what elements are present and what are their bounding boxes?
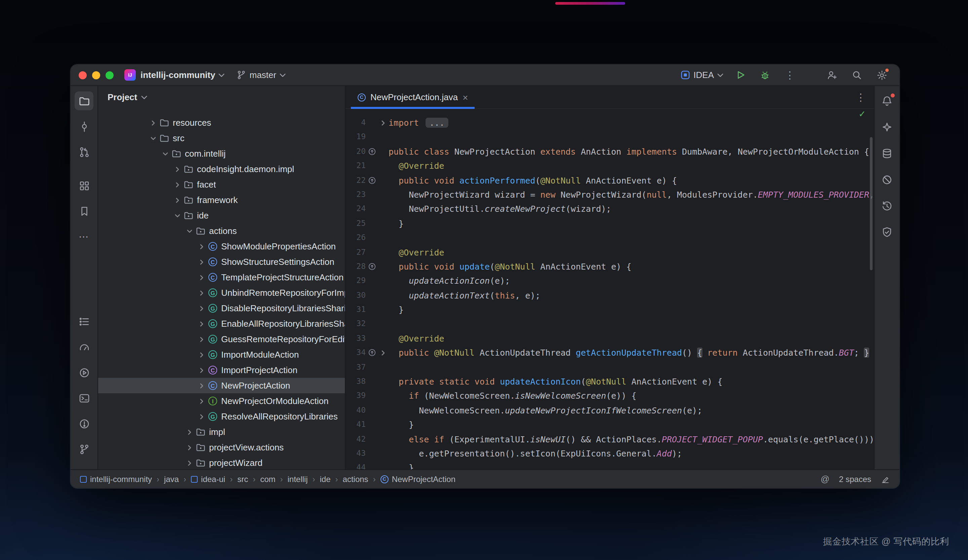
tree-item[interactable]: CImportProjectAction bbox=[98, 362, 345, 378]
chevron-icon[interactable] bbox=[184, 429, 195, 435]
code-line[interactable]: 39 if (NewWelcomeScreen.isNewWelcomeScre… bbox=[346, 389, 874, 403]
tree-item[interactable]: projectView.actions bbox=[98, 440, 345, 455]
fold-chevron-icon[interactable] bbox=[378, 116, 389, 130]
code-line[interactable]: 24 NewProjectUtil.createNewProject(wizar… bbox=[346, 202, 874, 217]
chevron-icon[interactable] bbox=[196, 368, 207, 373]
code-line[interactable]: 26 bbox=[346, 230, 874, 245]
tree-item[interactable]: GResolveAllRepositoryLibraries bbox=[98, 409, 345, 424]
tree-item[interactable]: projectWizard bbox=[98, 455, 345, 469]
chevron-icon[interactable] bbox=[184, 228, 195, 234]
code-line[interactable]: 43 e.getPresentation().setIcon(ExpUiIcon… bbox=[346, 446, 874, 461]
tree-item[interactable]: CShowStructureSettingsAction bbox=[98, 254, 345, 270]
more-icon[interactable]: ⋯ bbox=[75, 227, 93, 246]
chevron-icon[interactable] bbox=[172, 197, 183, 203]
breadcrumb-item[interactable]: ide bbox=[320, 474, 331, 484]
code-line[interactable]: 34 public @NotNull ActionUpdateThread ge… bbox=[346, 346, 874, 360]
breadcrumb-item[interactable]: intellij bbox=[288, 474, 308, 484]
profiler-icon[interactable] bbox=[75, 338, 93, 356]
zoom-button[interactable] bbox=[106, 71, 114, 79]
at-icon[interactable]: @ bbox=[821, 474, 830, 484]
debug-button[interactable] bbox=[757, 67, 773, 83]
code-line[interactable]: 4import ... bbox=[346, 116, 874, 130]
override-marker-icon[interactable] bbox=[366, 173, 378, 187]
chevron-icon[interactable] bbox=[196, 259, 207, 265]
close-button[interactable] bbox=[79, 71, 87, 79]
chevron-icon[interactable] bbox=[172, 213, 183, 218]
minimize-button[interactable] bbox=[92, 71, 100, 79]
inspection-status-icon[interactable]: ✓ bbox=[859, 109, 866, 119]
code-line[interactable]: 38 private static void updateActionIcon(… bbox=[346, 374, 874, 389]
chevron-icon[interactable] bbox=[148, 136, 159, 141]
breadcrumb-item[interactable]: com bbox=[260, 474, 275, 484]
tree-item[interactable]: framework bbox=[98, 192, 345, 208]
tree-item[interactable]: INewProjectOrModuleAction bbox=[98, 393, 345, 409]
code-line[interactable]: 19 bbox=[346, 130, 874, 144]
code-line[interactable]: 30 updateActionText(this, e); bbox=[346, 288, 874, 303]
chevron-icon[interactable] bbox=[184, 460, 195, 466]
tree-item[interactable]: impl bbox=[98, 424, 345, 440]
code-line[interactable]: 23 NewProjectWizard wizard = new NewProj… bbox=[346, 187, 874, 202]
fold-chevron-icon[interactable] bbox=[378, 346, 389, 360]
pull-requests-icon[interactable] bbox=[75, 142, 93, 161]
project-selector[interactable]: intellij-community bbox=[141, 70, 224, 80]
chevron-icon[interactable] bbox=[172, 182, 183, 187]
code-line[interactable]: 40 NewWelcomeScreen.updateNewProjectIcon… bbox=[346, 403, 874, 418]
chevron-icon[interactable] bbox=[160, 151, 171, 156]
tree-item[interactable]: facet bbox=[98, 177, 345, 192]
implemented-marker-icon[interactable] bbox=[366, 144, 378, 159]
write-mode-icon[interactable] bbox=[880, 474, 890, 484]
tree-item[interactable]: codeInsight.daemon.impl bbox=[98, 161, 345, 177]
code-line[interactable]: 29 updateActionIcon(e); bbox=[346, 274, 874, 288]
chevron-icon[interactable] bbox=[172, 166, 183, 172]
no-entry-icon[interactable] bbox=[878, 170, 897, 189]
run-button[interactable] bbox=[732, 67, 748, 83]
breadcrumb-item[interactable]: intellij-community bbox=[80, 474, 152, 484]
code-line[interactable]: 25 } bbox=[346, 216, 874, 230]
run-tool-icon[interactable] bbox=[75, 363, 93, 382]
breadcrumb-item[interactable]: java bbox=[164, 474, 179, 484]
history-icon[interactable] bbox=[878, 196, 897, 215]
code-line[interactable]: 20public class NewProjectAction extends … bbox=[346, 144, 874, 159]
chevron-icon[interactable] bbox=[196, 336, 207, 342]
chevron-icon[interactable] bbox=[196, 290, 207, 295]
chevron-icon[interactable] bbox=[196, 275, 207, 280]
tab-newprojectaction[interactable]: C NewProjectAction.java × bbox=[351, 86, 475, 108]
chevron-icon[interactable] bbox=[196, 398, 207, 404]
breadcrumb-item[interactable]: actions bbox=[343, 474, 368, 484]
code-line[interactable]: 22 public void actionPerformed(@NotNull … bbox=[346, 173, 874, 187]
breadcrumb-item[interactable]: idea-ui bbox=[191, 474, 225, 484]
todo-icon[interactable] bbox=[75, 312, 93, 331]
tree-item[interactable]: src bbox=[98, 131, 345, 146]
search-icon[interactable] bbox=[849, 67, 865, 83]
git-icon[interactable] bbox=[75, 440, 93, 459]
breadcrumb-item[interactable]: CNewProjectAction bbox=[380, 474, 456, 484]
branch-selector[interactable]: master bbox=[237, 70, 285, 80]
project-panel-header[interactable]: Project bbox=[98, 86, 345, 108]
code-line[interactable]: 21 @Override bbox=[346, 159, 874, 173]
add-user-button[interactable] bbox=[824, 67, 840, 83]
indent-setting[interactable]: 2 spaces bbox=[839, 474, 871, 484]
code-line[interactable]: 42 else if (ExperimentalUI.isNewUI() && … bbox=[346, 432, 874, 446]
tree-item[interactable]: CShowModulePropertiesAction bbox=[98, 239, 345, 254]
structure-icon[interactable] bbox=[75, 176, 93, 195]
shield-check-icon[interactable] bbox=[878, 222, 897, 241]
tree-item[interactable]: com.intellij bbox=[98, 146, 345, 161]
tree-item[interactable]: GEnableAllRepositoryLibrariesSharing bbox=[98, 316, 345, 331]
code-line[interactable]: 28 public void update(@NotNull AnActionE… bbox=[346, 260, 874, 274]
chevron-icon[interactable] bbox=[196, 321, 207, 326]
bookmarks-icon[interactable] bbox=[75, 202, 93, 220]
database-icon[interactable] bbox=[878, 144, 897, 163]
chevron-icon[interactable] bbox=[196, 414, 207, 419]
editor-scrollbar[interactable] bbox=[870, 137, 873, 270]
tree-item[interactable]: GDisableRepositoryLibrariesSharing bbox=[98, 300, 345, 316]
tree-item[interactable]: ide bbox=[98, 208, 345, 223]
code-line[interactable]: 33 @Override bbox=[346, 331, 874, 346]
breadcrumb-item[interactable]: src bbox=[237, 474, 248, 484]
chevron-icon[interactable] bbox=[196, 352, 207, 357]
tree-item[interactable]: GGuessRemoteRepositoryForEditor bbox=[98, 331, 345, 347]
commit-icon[interactable] bbox=[75, 117, 93, 136]
override-marker-icon[interactable] bbox=[366, 260, 378, 274]
chevron-icon[interactable] bbox=[148, 120, 159, 125]
problems-icon[interactable] bbox=[75, 414, 93, 433]
ai-assistant-icon[interactable] bbox=[878, 118, 897, 136]
